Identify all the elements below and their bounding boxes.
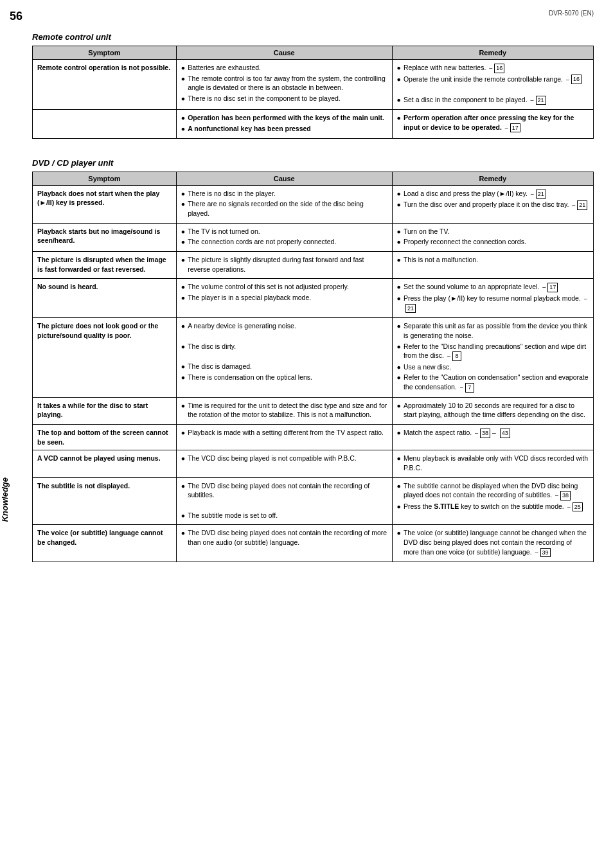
- rc-remedy-2: ●Perform operation after once pressing t…: [392, 110, 593, 138]
- remote-control-table: Symptom Cause Remedy Remote control oper…: [32, 46, 594, 139]
- dvdcd-table: Symptom Cause Remedy Playback does not s…: [32, 172, 594, 563]
- table-row: A VCD cannot be played using menus. ●The…: [33, 450, 594, 477]
- dvd-symptom-4: No sound is heard.: [33, 279, 177, 318]
- dvd-symptom-3: The picture is disrupted when the image …: [33, 252, 177, 279]
- rc-header-remedy: Remedy: [392, 46, 593, 60]
- dvd-header-remedy: Remedy: [392, 172, 593, 185]
- table-row: ●Operation has been performed with the k…: [33, 110, 594, 138]
- dvd-cause-2: ●The TV is not turned on. ●The connectio…: [176, 223, 392, 251]
- dvd-remedy-10: ●The voice (or subtitle) language cannot…: [392, 525, 593, 562]
- table-row: Playback starts but no image/sound is se…: [33, 223, 594, 251]
- dvd-cause-1: ●There is no disc in the player. ●There …: [176, 185, 392, 223]
- rc-symptom-1: Remote control operation is not possible…: [33, 60, 177, 110]
- dvd-symptom-8: A VCD cannot be played using menus.: [33, 450, 177, 477]
- dvd-remedy-3: ●This is not a malfunction.: [392, 252, 593, 279]
- rc-cause-1: ●Batteries are exhausted. ●The remote co…: [176, 60, 392, 110]
- dvd-remedy-2: ●Turn on the TV. ●Properly reconnect the…: [392, 223, 593, 251]
- rc-header-cause: Cause: [176, 46, 392, 60]
- table-row: Remote control operation is not possible…: [33, 60, 594, 110]
- dvd-remedy-1: ●Load a disc and press the play (►/II) k…: [392, 185, 593, 223]
- dvd-cause-4: ●The volume control of this set is not a…: [176, 279, 392, 318]
- table-row: The top and bottom of the screen cannot …: [33, 424, 594, 450]
- rc-remedy-1: ●Replace with new batteries. –16 ●Operat…: [392, 60, 593, 110]
- table-row: No sound is heard. ●The volume control o…: [33, 279, 594, 318]
- dvd-symptom-2: Playback starts but no image/sound is se…: [33, 223, 177, 251]
- dvd-cause-7: ●Playback is made with a setting differe…: [176, 424, 392, 450]
- page-number: 56: [10, 10, 22, 23]
- table-row: The subtitle is not displayed. ●The DVD …: [33, 477, 594, 525]
- dvd-cause-9: ●The DVD disc being played does not cont…: [176, 477, 392, 525]
- rc-cause-2: ●Operation has been performed with the k…: [176, 110, 392, 138]
- dvd-symptom-9: The subtitle is not displayed.: [33, 477, 177, 525]
- header-right: DVR-5070 (EN): [549, 10, 594, 17]
- table-row: The picture does not look good or the pi…: [33, 318, 594, 397]
- dvdcd-title: DVD / CD player unit: [32, 158, 594, 168]
- side-label: Knowledge: [0, 477, 10, 522]
- dvd-header-cause: Cause: [176, 172, 392, 185]
- table-row: Playback does not start when the play (►…: [33, 185, 594, 223]
- dvd-cause-8: ●The VCD disc being played is not compat…: [176, 450, 392, 477]
- remote-control-title: Remote control unit: [32, 32, 594, 42]
- table-row: The voice (or subtitle) language cannot …: [33, 525, 594, 562]
- dvd-header-symptom: Symptom: [33, 172, 177, 185]
- dvd-remedy-7: ●Match the aspect ratio. –38 – 43: [392, 424, 593, 450]
- dvd-remedy-8: ●Menu playback is available only with VC…: [392, 450, 593, 477]
- dvd-cause-5: ●A nearby device is generating noise. ●T…: [176, 318, 392, 397]
- dvd-symptom-5: The picture does not look good or the pi…: [33, 318, 177, 397]
- table-row: The picture is disrupted when the image …: [33, 252, 594, 279]
- dvd-symptom-7: The top and bottom of the screen cannot …: [33, 424, 177, 450]
- dvd-cause-3: ●The picture is slightly disrupted durin…: [176, 252, 392, 279]
- dvd-cause-10: ●The DVD disc being played does not cont…: [176, 525, 392, 562]
- dvd-symptom-10: The voice (or subtitle) language cannot …: [33, 525, 177, 562]
- dvd-remedy-4: ●Set the sound volume to an appropriate …: [392, 279, 593, 318]
- dvd-remedy-6: ●Approximately 10 to 20 seconds are requ…: [392, 397, 593, 424]
- table-row: It takes a while for the disc to start p…: [33, 397, 594, 424]
- rc-header-symptom: Symptom: [33, 46, 177, 60]
- rc-symptom-2: [33, 110, 177, 138]
- dvd-remedy-9: ●The subtitle cannot be displayed when t…: [392, 477, 593, 525]
- dvd-remedy-5: ●Separate this unit as far as possible f…: [392, 318, 593, 397]
- dvd-cause-6: ●Time is required for the unit to detect…: [176, 397, 392, 424]
- dvd-symptom-1: Playback does not start when the play (►…: [33, 185, 177, 223]
- dvd-symptom-6: It takes a while for the disc to start p…: [33, 397, 177, 424]
